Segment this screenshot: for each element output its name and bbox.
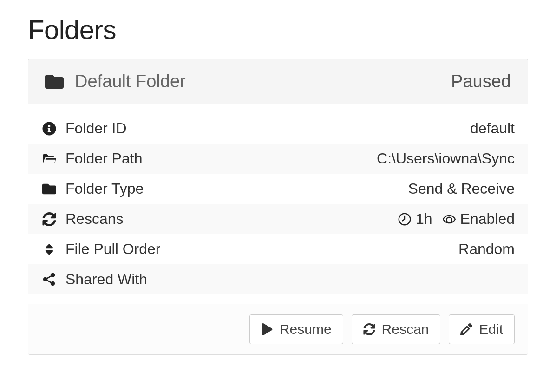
row-folder-id: Folder ID default xyxy=(28,113,528,144)
folder-header[interactable]: Default Folder Paused xyxy=(28,59,528,104)
row-folder-path: Folder Path C:\Users\iowna\Sync xyxy=(28,144,528,174)
edit-button[interactable]: Edit xyxy=(449,314,515,344)
value-folder-type: Send & Receive xyxy=(408,180,515,197)
row-shared-with: Shared With xyxy=(28,264,528,294)
value-file-pull-order: Random xyxy=(458,241,515,258)
value-folder-id: default xyxy=(470,120,515,137)
row-file-pull-order: File Pull Order Random xyxy=(28,234,528,264)
folder-icon xyxy=(45,72,64,91)
sort-icon xyxy=(41,242,57,256)
folder-status: Paused xyxy=(451,72,511,91)
folder-footer: Resume Rescan Edit xyxy=(28,304,528,354)
row-rescans: Rescans 1h Enabled xyxy=(28,204,528,234)
label-file-pull-order: File Pull Order xyxy=(65,241,161,258)
page-title: Folders xyxy=(28,14,528,45)
share-icon xyxy=(41,273,57,287)
folder-details: Folder ID default Folder Path C:\Users\i… xyxy=(28,104,528,294)
resume-button[interactable]: Resume xyxy=(249,314,343,344)
info-icon xyxy=(41,122,57,136)
label-shared-with: Shared With xyxy=(65,271,147,288)
label-folder-path: Folder Path xyxy=(65,150,142,167)
folder-name: Default Folder xyxy=(75,72,186,91)
folder-open-icon xyxy=(41,152,57,166)
row-folder-type: Folder Type Send & Receive xyxy=(28,174,528,204)
refresh-icon xyxy=(41,212,57,226)
label-rescans: Rescans xyxy=(65,210,124,228)
rescan-button[interactable]: Rescan xyxy=(352,314,441,344)
rescan-watcher: Enabled xyxy=(443,210,515,228)
label-folder-id: Folder ID xyxy=(65,120,127,137)
refresh-icon xyxy=(363,323,375,335)
play-icon xyxy=(261,323,273,335)
folder-closed-icon xyxy=(41,182,57,196)
value-folder-path: C:\Users\iowna\Sync xyxy=(377,150,515,167)
pencil-icon xyxy=(460,323,472,335)
label-folder-type: Folder Type xyxy=(65,180,144,197)
rescan-interval: 1h xyxy=(398,210,432,228)
folder-panel: Default Folder Paused Folder ID default … xyxy=(28,59,528,355)
